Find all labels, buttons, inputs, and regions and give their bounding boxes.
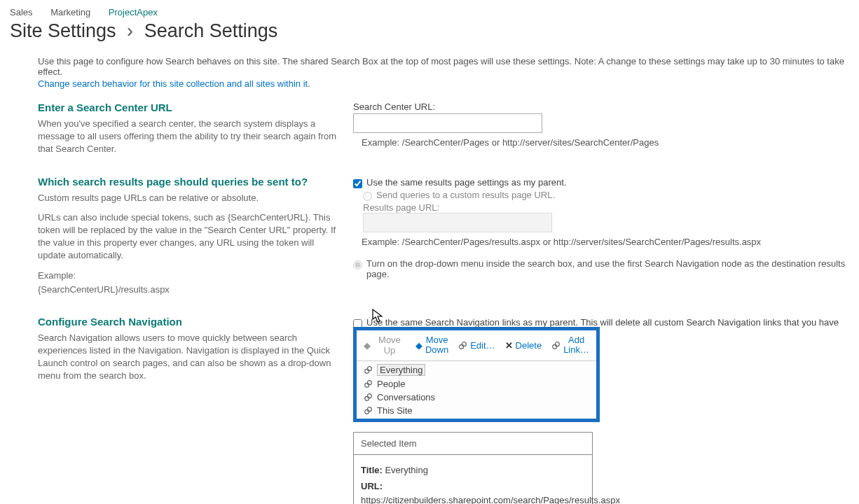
search-center-url-help: Example: /SearchCenter/Pages or http://s… xyxy=(362,137,849,148)
results-desc-3: Example: xyxy=(38,270,339,282)
link-icon xyxy=(364,379,373,388)
section-heading-search-center: Enter a Search Center URL xyxy=(38,102,339,113)
search-nav-editor: ◆ Move Up ◆ MoveDown Edit… ✕ Delete xyxy=(353,327,600,422)
section-heading-results-page: Which search results page should queries… xyxy=(38,176,339,188)
arrow-up-icon: ◆ xyxy=(364,340,371,351)
section-heading-search-nav: Configure Search Navigation xyxy=(38,316,339,328)
section-desc-search-center: When you've specified a search center, t… xyxy=(38,118,339,156)
nav-item-label: This Site xyxy=(377,405,413,416)
delete-button[interactable]: ✕ Delete xyxy=(502,339,545,353)
intro-text: Use this page to configure how Search be… xyxy=(38,56,849,77)
move-down-button[interactable]: ◆ MoveDown xyxy=(413,334,451,357)
results-page-url-input xyxy=(363,213,552,232)
nav-item-label: Everything xyxy=(377,364,425,376)
breadcrumb: Sales Marketing ProjectApex xyxy=(10,7,849,18)
search-center-url-input[interactable] xyxy=(353,113,542,133)
link-icon xyxy=(364,406,373,415)
nav-item-this-site[interactable]: This Site xyxy=(357,404,596,417)
nav-item-everything[interactable]: Everything xyxy=(357,363,596,377)
custom-results-radio[interactable] xyxy=(363,192,372,201)
close-icon: ✕ xyxy=(505,340,513,351)
selected-title-key: Title: xyxy=(361,465,383,475)
custom-results-label: Send queries to a custom results page UR… xyxy=(376,190,555,200)
nav-item-conversations[interactable]: Conversations xyxy=(357,391,596,404)
results-desc-4: {SearchCenterURL}/results.aspx xyxy=(38,284,339,296)
add-link-button[interactable]: AddLink… xyxy=(549,334,592,357)
use-parent-results-label: Use the same results page settings as my… xyxy=(366,177,566,188)
breadcrumb-projectapex[interactable]: ProjectApex xyxy=(109,7,158,18)
search-center-url-label: Search Center URL: xyxy=(353,102,849,112)
nav-item-label: Conversations xyxy=(377,392,435,402)
link-icon xyxy=(458,341,467,350)
dropdown-nav-radio[interactable] xyxy=(353,260,362,270)
selected-url-key: URL: xyxy=(361,481,383,491)
breadcrumb-sales[interactable]: Sales xyxy=(10,7,33,18)
nav-toolbar: ◆ Move Up ◆ MoveDown Edit… ✕ Delete xyxy=(357,330,596,361)
link-icon xyxy=(364,365,373,374)
results-page-url-help: Example: /SearchCenter/Pages/results.asp… xyxy=(362,237,849,247)
change-search-behavior-link[interactable]: Change search behavior for this site col… xyxy=(38,78,310,89)
selected-url-val: https://citizenbuilders.sharepoint.com/s… xyxy=(361,495,585,504)
results-desc-1: Custom results page URLs can be relative… xyxy=(38,192,339,204)
use-parent-results-checkbox[interactable] xyxy=(353,179,362,188)
edit-button[interactable]: Edit… xyxy=(455,339,497,353)
move-up-button[interactable]: ◆ Move Up xyxy=(361,333,408,358)
nav-list: Everything People Conversations This Sit… xyxy=(357,361,596,419)
page-title: Site Settings › Search Settings xyxy=(10,20,849,42)
nav-item-people[interactable]: People xyxy=(357,377,596,391)
nav-item-label: People xyxy=(377,379,405,389)
results-page-url-label: Results page URL: xyxy=(363,202,849,213)
link-icon xyxy=(364,393,373,402)
arrow-down-icon: ◆ xyxy=(415,340,422,351)
search-nav-desc: Search Navigation allows users to move q… xyxy=(38,332,339,383)
selected-item-heading: Selected Item xyxy=(354,433,592,455)
title-part-2: Search Settings xyxy=(144,20,278,41)
selected-title-val: Everything xyxy=(385,465,427,475)
dropdown-nav-label: Turn on the drop-down menu inside the se… xyxy=(366,258,849,279)
link-icon xyxy=(551,341,561,350)
chevron-right-icon: › xyxy=(127,20,133,41)
selected-item-panel: Selected Item Title: Everything URL: htt… xyxy=(353,432,593,504)
results-desc-2: URLs can also include special tokens, su… xyxy=(38,211,339,262)
title-part-1: Site Settings xyxy=(10,20,116,41)
breadcrumb-marketing[interactable]: Marketing xyxy=(50,7,90,18)
